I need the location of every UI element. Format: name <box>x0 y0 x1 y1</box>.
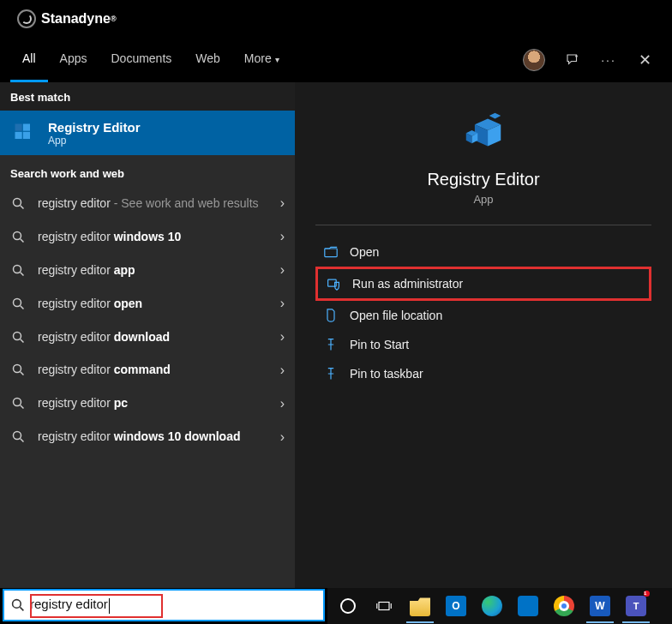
file-explorer-icon[interactable] <box>403 589 437 623</box>
result-text: registry editor windows 10 download <box>38 429 270 445</box>
search-result[interactable]: registry editor pc › <box>0 387 295 420</box>
best-match-label: Best match <box>0 82 295 111</box>
feedback-icon[interactable] <box>564 51 581 69</box>
search-icon <box>11 598 25 612</box>
svg-line-18 <box>21 405 24 409</box>
action-pin-to-taskbar[interactable]: Pin to taskbar <box>315 359 651 388</box>
result-text: registry editor app <box>38 262 270 279</box>
svg-line-14 <box>21 339 24 342</box>
result-text: registry editor - See work and web resul… <box>38 195 270 212</box>
svg-rect-28 <box>325 249 337 257</box>
search-icon <box>12 430 27 443</box>
tab-all[interactable]: All <box>10 38 48 82</box>
search-result[interactable]: registry editor windows 10 › <box>0 220 295 254</box>
search-icon <box>12 397 27 410</box>
search-result[interactable]: registry editor app › <box>0 254 295 287</box>
chevron-right-icon[interactable]: › <box>280 363 285 378</box>
action-open-file-location[interactable]: Open file location <box>315 301 651 330</box>
svg-point-17 <box>14 399 21 406</box>
brand-name: Stanadyne <box>41 11 111 27</box>
close-icon[interactable]: ✕ <box>636 51 653 69</box>
svg-rect-4 <box>15 124 22 131</box>
preview-subtitle: App <box>473 193 493 206</box>
search-icon <box>12 297 27 310</box>
search-result[interactable]: registry editor windows 10 download › <box>0 420 295 453</box>
registry-editor-large-icon <box>460 111 507 158</box>
user-avatar[interactable] <box>523 49 545 71</box>
chevron-right-icon[interactable]: › <box>280 429 285 445</box>
action-run-as-admin[interactable]: Run as administrator <box>315 267 651 301</box>
action-open[interactable]: Open <box>315 237 651 267</box>
brand-bar: Stanadyne® <box>0 0 672 38</box>
svg-rect-1 <box>15 132 22 139</box>
search-icon <box>12 363 27 376</box>
preview-title: Registry Editor <box>427 170 539 189</box>
pin-start-icon <box>324 338 338 351</box>
tabs: All Apps Documents Web More▾ <box>10 38 291 82</box>
search-icon <box>12 264 27 277</box>
svg-rect-32 <box>379 603 389 610</box>
svg-rect-3 <box>23 124 30 131</box>
tab-documents[interactable]: Documents <box>99 38 183 82</box>
chevron-right-icon[interactable]: › <box>280 195 285 211</box>
chevron-right-icon[interactable]: › <box>280 396 285 411</box>
search-header: All Apps Documents Web More▾ ··· ✕ <box>0 38 672 82</box>
svg-line-16 <box>21 372 24 375</box>
svg-rect-2 <box>23 132 30 139</box>
search-box[interactable]: registry editor <box>3 589 325 621</box>
outlook-icon[interactable]: O <box>439 589 473 623</box>
svg-point-5 <box>14 198 21 206</box>
result-text: registry editor open <box>38 296 270 312</box>
edge-icon[interactable] <box>475 589 509 623</box>
search-input[interactable]: registry editor <box>30 597 110 613</box>
search-icon <box>12 197 27 210</box>
best-match-item[interactable]: Registry Editor App <box>0 111 295 155</box>
svg-point-7 <box>14 231 21 239</box>
search-icon <box>12 231 27 243</box>
best-match-title: Registry Editor <box>48 120 141 135</box>
svg-marker-24 <box>489 113 501 119</box>
result-text: registry editor download <box>38 329 270 345</box>
chrome-icon[interactable] <box>547 589 581 623</box>
tab-web[interactable]: Web <box>183 38 232 82</box>
results-list: registry editor - See work and web resul… <box>0 187 295 588</box>
registry-editor-icon <box>10 119 38 147</box>
svg-line-10 <box>21 272 24 275</box>
teams-icon[interactable]: T1 <box>619 589 653 623</box>
svg-line-8 <box>21 239 24 243</box>
chevron-right-icon[interactable]: › <box>280 262 285 278</box>
tab-more[interactable]: More▾ <box>232 38 291 82</box>
result-text: registry editor command <box>38 362 270 378</box>
search-result[interactable]: registry editor - See work and web resul… <box>0 187 295 220</box>
search-icon <box>12 331 27 344</box>
cortana-icon[interactable] <box>331 589 365 623</box>
results-panel: Best match Registry Editor App Search wo… <box>0 82 295 588</box>
result-text: registry editor windows 10 <box>38 229 270 245</box>
svg-point-11 <box>14 298 21 306</box>
search-result[interactable]: registry editor command › <box>0 353 295 387</box>
app-blue-icon[interactable] <box>511 589 545 623</box>
more-options-icon[interactable]: ··· <box>600 51 617 69</box>
svg-point-0 <box>576 56 578 57</box>
word-icon[interactable]: W <box>583 589 617 623</box>
result-text: registry editor pc <box>38 395 270 411</box>
pin-taskbar-icon <box>324 367 338 381</box>
svg-point-9 <box>14 265 21 273</box>
admin-shield-icon <box>327 277 340 291</box>
search-result[interactable]: registry editor download › <box>0 321 295 354</box>
svg-point-13 <box>14 332 21 339</box>
svg-point-15 <box>14 365 21 373</box>
svg-point-19 <box>14 432 21 440</box>
file-location-icon <box>324 309 338 322</box>
chevron-right-icon[interactable]: › <box>280 296 285 311</box>
chevron-right-icon[interactable]: › <box>280 229 285 244</box>
svg-line-31 <box>20 607 23 610</box>
chevron-right-icon[interactable]: › <box>280 329 285 345</box>
action-pin-to-start[interactable]: Pin to Start <box>315 330 651 359</box>
task-view-icon[interactable] <box>367 589 401 623</box>
brand-logo-icon <box>17 9 36 28</box>
svg-line-12 <box>21 305 24 309</box>
svg-point-30 <box>13 600 21 609</box>
tab-apps[interactable]: Apps <box>48 38 99 82</box>
search-result[interactable]: registry editor open › <box>0 287 295 321</box>
